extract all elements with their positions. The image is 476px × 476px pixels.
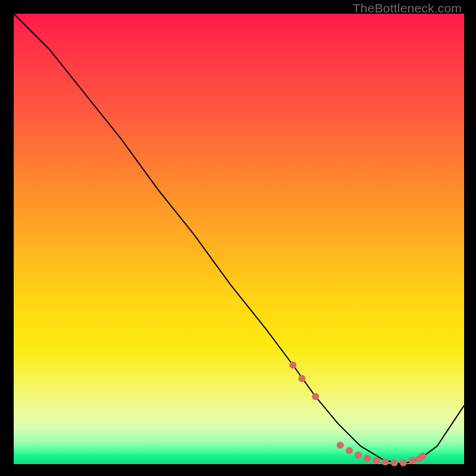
valley-marker [372, 457, 380, 464]
valley-marker-group [289, 362, 426, 466]
valley-marker [289, 362, 296, 369]
curve-layer [14, 14, 464, 464]
plot-area [14, 14, 464, 464]
bottleneck-curve [14, 14, 464, 464]
valley-marker [409, 457, 416, 464]
valley-marker [400, 459, 407, 466]
valley-marker [382, 458, 389, 465]
valley-marker [346, 447, 353, 454]
valley-marker [337, 441, 344, 449]
valley-marker [312, 393, 319, 400]
chart-stage: TheBottleneck.com [0, 0, 476, 476]
valley-marker [355, 452, 362, 459]
valley-marker [391, 459, 398, 466]
valley-marker [419, 452, 426, 459]
valley-marker [299, 375, 306, 382]
valley-marker [364, 455, 371, 462]
